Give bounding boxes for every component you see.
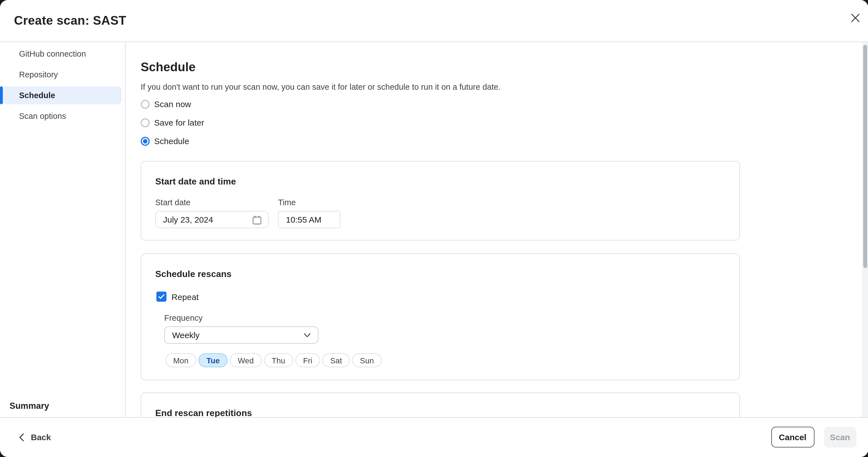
sidebar-item-repository[interactable]: Repository: [2, 66, 122, 84]
day-pill-sat[interactable]: Sat: [322, 353, 350, 367]
end-rescan-repetitions-card: End rescan repetitions: [141, 393, 740, 417]
time-input[interactable]: 10:55 AM: [278, 211, 340, 228]
frequency-value: Weekly: [172, 330, 199, 340]
schedule-step-content: Schedule If you don't want to run your s…: [126, 42, 868, 417]
time-value: 10:55 AM: [286, 215, 321, 224]
radio-label: Scan now: [154, 99, 191, 109]
dialog-title: Create scan: SAST: [14, 13, 126, 28]
frequency-select[interactable]: Weekly: [164, 326, 318, 344]
chevron-left-icon: [19, 433, 24, 441]
radio-row-scan-now: Scan now: [141, 95, 204, 113]
radio-row-schedule: Schedule: [141, 132, 204, 150]
create-scan-dialog: Create scan: SAST GitHub connection Repo…: [0, 0, 868, 457]
weekday-pill-row: Mon Tue Wed Thu Fri Sat Sun: [165, 353, 382, 367]
day-pill-thu[interactable]: Thu: [264, 353, 293, 367]
scrollbar-track[interactable]: [862, 42, 868, 417]
radio-label: Schedule: [154, 136, 189, 146]
start-date-value: July 23, 2024: [163, 215, 213, 224]
sidebar-item-label: Schedule: [19, 91, 55, 100]
time-label: Time: [278, 198, 296, 207]
close-button[interactable]: [848, 11, 862, 25]
frequency-label: Frequency: [164, 313, 203, 323]
start-date-label: Start date: [155, 198, 191, 207]
schedule-radio[interactable]: [141, 136, 150, 146]
chevron-down-icon: [304, 333, 311, 338]
day-pill-sun[interactable]: Sun: [352, 353, 382, 367]
back-button[interactable]: Back: [19, 433, 51, 442]
sidebar-item-label: Repository: [19, 70, 58, 79]
page-title: Schedule: [141, 60, 196, 74]
repeat-label: Repeat: [172, 292, 199, 301]
day-pill-wed[interactable]: Wed: [230, 353, 261, 367]
sidebar-item-schedule[interactable]: Schedule: [2, 86, 122, 104]
scan-now-radio[interactable]: [141, 99, 150, 109]
sidebar-item-label: GitHub connection: [19, 49, 86, 58]
day-pill-mon[interactable]: Mon: [165, 353, 196, 367]
back-label: Back: [31, 433, 51, 442]
repeat-checkbox-row: Repeat: [156, 292, 199, 302]
sidebar-item-label: Scan options: [19, 112, 66, 121]
step-nav: GitHub connection Repository Schedule Sc…: [0, 45, 125, 125]
close-icon: [850, 13, 860, 23]
sidebar-item-summary[interactable]: Summary: [9, 401, 49, 411]
scan-button[interactable]: Scan: [824, 427, 856, 448]
sidebar-item-github-connection[interactable]: GitHub connection: [2, 45, 122, 63]
dialog-header: Create scan: SAST: [0, 0, 868, 42]
step-sidebar: GitHub connection Repository Schedule Sc…: [0, 42, 126, 417]
radio-row-save-for-later: Save for later: [141, 113, 204, 132]
page-backdrop: Create scan: SAST GitHub connection Repo…: [0, 0, 868, 457]
save-for-later-radio[interactable]: [141, 118, 150, 127]
schedule-mode-radio-group: Scan now Save for later Schedule: [141, 95, 204, 150]
card-title: End rescan repetitions: [155, 408, 252, 417]
start-date-time-card: Start date and time Start date Time July…: [141, 161, 740, 241]
schedule-description: If you don't want to run your scan now, …: [141, 83, 501, 91]
card-title: Schedule rescans: [155, 269, 231, 279]
sidebar-item-scan-options[interactable]: Scan options: [2, 107, 122, 125]
schedule-rescans-card: Schedule rescans Repeat Frequency Weekly: [141, 253, 740, 380]
dialog-body: GitHub connection Repository Schedule Sc…: [0, 42, 868, 417]
card-title: Start date and time: [155, 177, 236, 187]
cancel-button[interactable]: Cancel: [771, 427, 814, 448]
day-pill-tue[interactable]: Tue: [198, 353, 227, 367]
radio-label: Save for later: [154, 118, 204, 127]
check-icon: [158, 294, 165, 299]
dialog-footer: Back Cancel Scan: [0, 417, 868, 457]
repeat-checkbox[interactable]: [156, 292, 166, 302]
start-date-input[interactable]: July 23, 2024: [155, 211, 269, 228]
day-pill-fri[interactable]: Fri: [296, 353, 320, 367]
calendar-icon[interactable]: [252, 215, 262, 225]
scrollbar-thumb[interactable]: [863, 45, 867, 268]
